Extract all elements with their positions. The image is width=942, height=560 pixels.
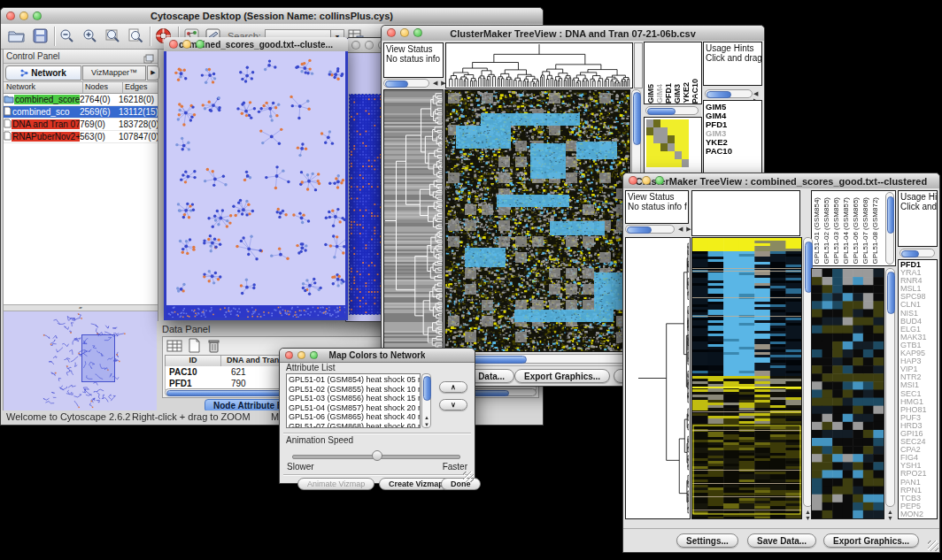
zoom-button[interactable] (196, 40, 205, 49)
tv2-rowtree-canvas[interactable] (626, 238, 690, 518)
mini-heat-cell[interactable] (682, 135, 689, 143)
attribute-list-vscrollbar[interactable]: ▲ ▼ (421, 373, 431, 428)
tv2-rowlabel-scrollbar[interactable] (900, 249, 935, 257)
open-folder-icon[interactable] (8, 28, 25, 47)
mini-heat-cell[interactable] (668, 143, 675, 151)
tv1-col-label[interactable]: GIM5 (646, 84, 655, 104)
mini-heat-cell[interactable] (646, 127, 653, 135)
mini-heat-cell[interactable] (675, 119, 682, 127)
mini-heat-cell[interactable] (668, 151, 675, 159)
tv2-zoom-heatmap[interactable] (811, 268, 884, 519)
mini-heat-cell[interactable] (646, 151, 653, 159)
close-button[interactable] (629, 176, 637, 185)
resize-grip[interactable] (463, 472, 474, 482)
mini-heat-cell[interactable] (682, 119, 689, 127)
close-button[interactable] (169, 40, 178, 49)
zoom-button[interactable] (413, 28, 422, 37)
new-document-icon[interactable] (188, 338, 201, 357)
tv1-mini-hscrollbar[interactable] (645, 106, 699, 115)
save-icon[interactable] (33, 28, 48, 47)
mini-heat-cell[interactable] (675, 127, 682, 135)
tv2-row-label[interactable]: MON2 (900, 510, 937, 518)
mini-heat-cell[interactable] (668, 159, 675, 167)
zoom-out-icon[interactable] (59, 28, 74, 47)
mini-heat-cell[interactable] (682, 127, 689, 135)
mini-heat-cell[interactable] (653, 151, 660, 159)
splitter-handle[interactable]: ▰ (4, 304, 158, 311)
tv1-heatmap[interactable] (444, 89, 630, 352)
attribute-list-item[interactable]: GPL51-06 (GSM865) heat shock 40 min (289, 412, 418, 422)
col-header-edges[interactable]: Edges (123, 82, 158, 93)
mini-heat-cell[interactable] (682, 159, 689, 167)
tab-overflow-arrow[interactable]: ▶ (147, 65, 159, 81)
tv2-col-label[interactable]: GPL51-07 (GSM868) (861, 197, 871, 265)
minimize-button[interactable] (365, 41, 374, 50)
settings-button[interactable]: Settings... (676, 533, 738, 548)
tv1-col-label[interactable]: PFD1 (664, 83, 673, 104)
mini-heat-cell[interactable] (646, 135, 653, 143)
done-button[interactable]: Done (441, 478, 481, 490)
mini-heat-cell[interactable] (660, 135, 668, 143)
attribute-list-item[interactable]: GPL51-01 (GSM854) heat shock 05 min (289, 375, 418, 385)
tv1-column-dendrogram[interactable] (445, 42, 633, 88)
attribute-list-item[interactable]: GPL51-03 (GSM856) heat shock 15 min (289, 394, 418, 403)
tv1-col-label[interactable]: YKE2 (682, 82, 691, 104)
mini-heat-cell[interactable] (675, 143, 682, 151)
zoom-fit-icon[interactable] (105, 28, 120, 47)
attribute-list-item[interactable]: GPL51-04 (GSM857) heat shock 20 min (289, 403, 418, 413)
tv1-coltree-canvas[interactable] (446, 43, 632, 88)
tv1-rowtree-canvas[interactable] (384, 90, 443, 351)
minimize-button[interactable] (400, 28, 409, 37)
tv2-col-label[interactable]: GPL51-08 (GSM872) (871, 197, 881, 265)
slider-thumb[interactable] (372, 450, 382, 461)
zoom-button[interactable] (33, 12, 42, 20)
network-overview-pane[interactable] (4, 311, 158, 410)
tv2-row-dendrogram[interactable] (625, 237, 691, 519)
animate-vizmap-button[interactable]: Animate Vizmap (297, 478, 374, 490)
network-table-row[interactable]: RNAPuberNov2+563(0)107847(0) (4, 131, 158, 143)
tv2-status-scrollbar[interactable] (625, 225, 675, 234)
network1-canvas[interactable] (166, 51, 345, 318)
zoom-button[interactable] (655, 176, 664, 185)
tv2-col-label[interactable]: GPL51-06 (GSM865) (852, 197, 861, 265)
tv2-col-label[interactable]: GPL51-01 (GSM854) (813, 197, 822, 265)
move-up-button[interactable]: ∧ (439, 381, 467, 393)
tv1-col-label[interactable]: PAC10 (691, 79, 699, 104)
tv1-heatmap-canvas[interactable] (445, 90, 629, 351)
mini-heat-cell[interactable] (675, 135, 682, 143)
close-button[interactable] (285, 351, 293, 359)
tv1-row-label[interactable]: PAC10 (706, 147, 761, 156)
overview-canvas[interactable] (4, 311, 156, 409)
network-table-row[interactable]: combined_sco2569(6)13112(15) (4, 106, 158, 119)
tv1-row-dendrogram[interactable] (383, 89, 444, 352)
mini-heat-cell[interactable] (653, 135, 660, 143)
table-icon[interactable] (166, 339, 182, 357)
animation-slider[interactable] (292, 450, 460, 461)
tv1-status-scrollbar[interactable] (383, 79, 429, 88)
minimize-button[interactable] (19, 12, 28, 20)
tv2-column-dendrogram[interactable] (691, 190, 800, 236)
mini-heat-cell[interactable] (660, 159, 668, 167)
mini-heat-cell[interactable] (653, 119, 660, 127)
mini-heat-cell[interactable] (646, 143, 653, 151)
main-titlebar[interactable]: Cytoscape Desktop (Session Name: collins… (1, 8, 543, 25)
tv1-rowlabel-scrollbar[interactable] (705, 89, 753, 98)
scroll-arrows[interactable]: ▲▼ (805, 509, 811, 521)
mini-heat-cell[interactable] (653, 143, 660, 151)
network-table-row[interactable]: DNA and Tran 07769(0)183728(0) (4, 119, 158, 131)
zoom-button[interactable] (310, 351, 318, 359)
pane-arrows[interactable]: ◀ ▶ (678, 226, 692, 233)
col-header-network[interactable]: Network (4, 82, 83, 93)
tv2-col-label[interactable]: GPL51-02 (GSM855) (822, 197, 832, 265)
mini-heat-cell[interactable] (660, 143, 668, 151)
overview-viewport-rect[interactable] (81, 334, 115, 382)
zoom-in-icon[interactable] (82, 28, 97, 47)
mini-heat-cell[interactable] (646, 119, 653, 127)
tv2-zoom-canvas[interactable] (812, 269, 884, 518)
mini-heat-cell[interactable] (675, 151, 682, 159)
save-data-button[interactable]: Save Data... (747, 533, 816, 548)
scroll-arrows[interactable]: ▲▼ (887, 509, 893, 521)
tab-network[interactable]: Network (5, 65, 81, 81)
trash-icon[interactable] (207, 338, 220, 357)
mini-heat-cell[interactable] (682, 143, 689, 151)
